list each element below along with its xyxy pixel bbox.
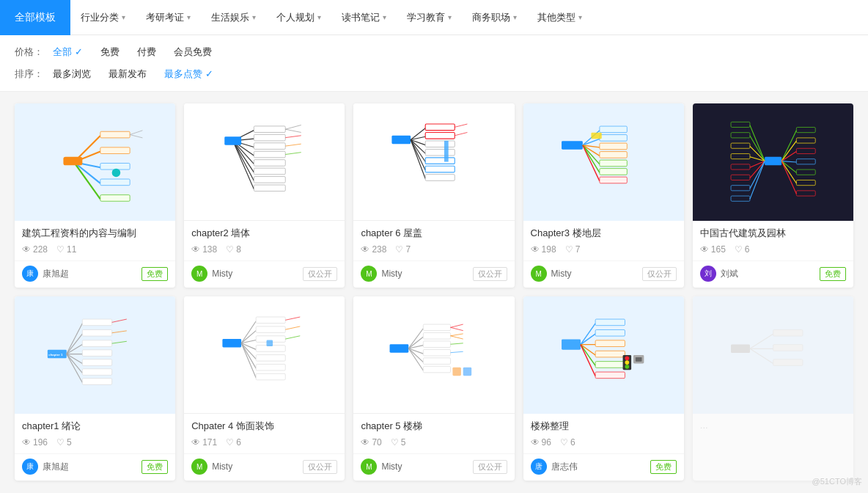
svg-rect-25 <box>254 134 285 141</box>
svg-rect-135 <box>256 373 285 380</box>
sort-most-likes[interactable]: 最多点赞 <box>155 66 222 82</box>
all-templates-button[interactable]: 全部模板 <box>0 0 70 35</box>
svg-line-155 <box>451 334 463 336</box>
nav-item-business[interactable]: 商务职场 ▾ <box>462 0 527 35</box>
price-badge: 免费 <box>820 267 846 281</box>
svg-rect-112 <box>82 329 111 336</box>
card-thumbnail <box>523 296 684 414</box>
nav-item-industry[interactable]: 行业分类 ▾ <box>70 0 136 35</box>
card-footer: 刘 刘斌 免费 <box>693 260 853 288</box>
price-free[interactable]: 免费 <box>92 44 128 60</box>
author-name: Misty <box>551 269 572 279</box>
nav-item-other[interactable]: 其他类型 ▾ <box>527 0 592 35</box>
svg-point-175 <box>625 356 629 360</box>
author-row: M Misty <box>361 266 402 282</box>
svg-rect-93 <box>731 186 750 191</box>
like-count: ♡ 6 <box>226 437 241 448</box>
price-paid[interactable]: 付费 <box>128 44 165 60</box>
svg-point-14 <box>112 169 121 178</box>
svg-rect-99 <box>796 169 815 175</box>
view-count: 👁 165 <box>700 244 726 255</box>
svg-rect-49 <box>426 158 455 164</box>
card-thumbnail <box>184 296 345 414</box>
card-thumbnail <box>184 103 345 221</box>
svg-rect-116 <box>82 369 111 376</box>
card-thumbnail <box>353 103 514 221</box>
avatar: M <box>191 459 207 475</box>
svg-rect-71 <box>765 157 781 166</box>
svg-rect-148 <box>424 332 451 339</box>
chevron-down-icon: ▾ <box>448 13 452 21</box>
svg-rect-139 <box>267 340 273 346</box>
svg-rect-70 <box>591 133 601 139</box>
view-count: 👁 228 <box>22 244 48 255</box>
svg-rect-147 <box>424 324 451 331</box>
svg-line-81 <box>781 141 796 161</box>
card-stats: 👁 96 ♡ 6 <box>531 437 677 448</box>
svg-rect-121 <box>223 339 242 347</box>
price-member-free[interactable]: 会员免费 <box>165 44 221 60</box>
svg-line-120 <box>112 341 127 343</box>
template-card[interactable]: 楼梯整理 👁 96 ♡ 6 唐 唐志伟 免费 <box>523 296 684 481</box>
view-count: 👁 238 <box>361 244 386 255</box>
author-name: 康旭超 <box>43 461 69 473</box>
chevron-down-icon: ▾ <box>513 13 517 21</box>
template-card[interactable]: chapter 6 屋盖 👁 238 ♡ 7 M Misty 仅公开 <box>353 103 514 288</box>
svg-rect-68 <box>599 169 626 175</box>
nav-item-education[interactable]: 学习教育 ▾ <box>397 0 462 35</box>
price-all[interactable]: 全部 <box>44 44 92 60</box>
price-badge: 免费 <box>141 267 168 281</box>
svg-rect-37 <box>392 136 411 144</box>
card-footer: 康 康旭超 免费 <box>15 453 175 481</box>
template-card[interactable]: ... <box>693 296 853 481</box>
svg-point-177 <box>625 365 629 369</box>
like-count: ♡ 7 <box>395 244 411 255</box>
sort-most-views[interactable]: 最多浏览 <box>44 66 100 82</box>
svg-rect-129 <box>256 317 285 324</box>
template-card[interactable]: chapter 5 楼梯 👁 70 ♡ 5 M Misty 仅公开 <box>353 296 514 481</box>
template-card[interactable]: chapter2 墙体 👁 138 ♡ 8 M Misty 仅公开 <box>184 103 345 288</box>
card-stats: 👁 196 ♡ 5 <box>22 437 168 448</box>
nav-item-entertainment[interactable]: 生活娱乐 ▾ <box>201 0 266 35</box>
svg-line-156 <box>451 336 463 339</box>
chevron-down-icon: ▾ <box>383 13 386 21</box>
svg-rect-94 <box>731 196 750 201</box>
card-thumbnail <box>693 103 853 221</box>
nav-item-exam[interactable]: 考研考证 ▾ <box>136 0 201 35</box>
svg-rect-45 <box>426 124 455 131</box>
svg-line-118 <box>112 319 127 322</box>
author-row: 康 康旭超 <box>22 266 69 282</box>
like-count: ♡ 11 <box>56 244 76 255</box>
svg-rect-98 <box>796 159 815 164</box>
template-card[interactable]: 建筑工程资料的内容与编制 👁 228 ♡ 11 康 康旭超 免费 <box>15 103 175 288</box>
card-thumbnail <box>353 296 514 414</box>
author-row: 刘 刘斌 <box>700 266 738 282</box>
svg-line-33 <box>285 129 301 132</box>
template-card[interactable]: 中国古代建筑及园林 👁 165 ♡ 6 刘 刘斌 免费 <box>693 103 853 288</box>
avatar: M <box>361 266 377 282</box>
svg-rect-23 <box>224 136 241 145</box>
card-footer: M Misty 仅公开 <box>184 453 345 481</box>
svg-rect-95 <box>796 127 815 132</box>
svg-line-127 <box>241 343 256 368</box>
card-thumbnail <box>523 103 684 221</box>
nav-item-reading[interactable]: 读书笔记 ▾ <box>331 0 397 35</box>
nav-item-personal[interactable]: 个人规划 ▾ <box>266 0 331 35</box>
svg-line-32 <box>285 125 301 129</box>
avatar: 刘 <box>700 266 716 282</box>
template-card[interactable]: chapter 1 <box>15 296 175 481</box>
card-info: chapter 5 楼梯 👁 70 ♡ 5 <box>353 414 514 453</box>
card-title: 中国古代建筑及园林 <box>700 227 846 240</box>
template-card[interactable]: Chpater 4 饰面装饰 👁 171 ♡ 6 M Misty 仅公开 <box>184 296 345 481</box>
author-name: 刘斌 <box>721 268 738 280</box>
template-card[interactable]: Chapter3 楼地层 👁 198 ♡ 7 M Misty 仅公开 <box>523 103 684 288</box>
svg-rect-5 <box>63 157 82 166</box>
svg-rect-55 <box>562 141 583 150</box>
chevron-down-icon: ▾ <box>578 13 582 21</box>
card-info: 中国古代建筑及园林 👁 165 ♡ 6 <box>693 221 853 260</box>
svg-rect-8 <box>100 163 130 169</box>
view-count: 👁 138 <box>191 244 217 255</box>
svg-line-35 <box>285 144 301 146</box>
card-thumbnail: chapter 1 <box>15 296 175 414</box>
sort-newest[interactable]: 最新发布 <box>100 66 155 82</box>
